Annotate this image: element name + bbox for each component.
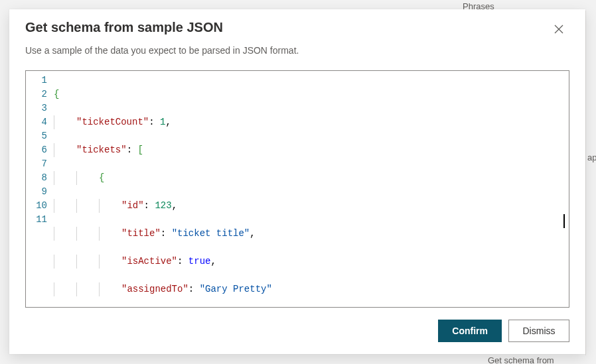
schema-dialog: Get schema from sample JSON Use a sample… [9, 9, 585, 354]
close-button[interactable] [548, 19, 569, 40]
code-token: "ticketCount" [76, 117, 149, 127]
code-token: 123 [155, 200, 171, 211]
code-token: , [165, 117, 171, 127]
code-token: : [188, 284, 200, 294]
dialog-title: Get schema from sample JSON [25, 20, 223, 35]
code-token: , [172, 200, 177, 211]
code-token: : [144, 200, 155, 211]
code-token: , [210, 256, 216, 267]
code-token: : [161, 228, 172, 239]
editor-cursor-mark [563, 214, 567, 228]
code-token: "id" [121, 200, 144, 211]
background-divider [585, 11, 586, 355]
code-token: [ [137, 145, 143, 155]
code-token: : [127, 145, 138, 155]
close-icon [554, 25, 563, 34]
dialog-header: Get schema from sample JSON [9, 9, 585, 40]
code-token: "ticket title" [172, 228, 250, 239]
background-text-getschema: Get schema from [488, 355, 554, 364]
dialog-footer: Confirm Dismiss [9, 308, 585, 354]
dialog-subtitle: Use a sample of the data you expect to b… [9, 40, 585, 56]
code-token: "title" [121, 228, 161, 239]
code-token: , [250, 228, 255, 239]
code-token: : [149, 117, 160, 127]
code-area[interactable]: { "ticketCount": 1, "tickets": [ { "id":… [52, 71, 569, 307]
code-token: "assignedTo" [121, 284, 188, 294]
code-token: "tickets" [76, 145, 127, 155]
code-token: true [188, 256, 211, 267]
code-token: : [177, 256, 188, 267]
background-text-ap: ap [587, 152, 596, 162]
json-editor[interactable]: 1234567891011 { "ticketCount": 1, "ticke… [25, 70, 569, 308]
line-gutter: 1234567891011 [26, 71, 52, 307]
confirm-button[interactable]: Confirm [438, 320, 502, 342]
code-token: { [99, 172, 104, 183]
code-token: "Gary Pretty" [200, 284, 272, 294]
code-token: "isActive" [121, 256, 177, 267]
code-token: { [54, 89, 59, 99]
dismiss-button[interactable]: Dismiss [508, 320, 569, 342]
